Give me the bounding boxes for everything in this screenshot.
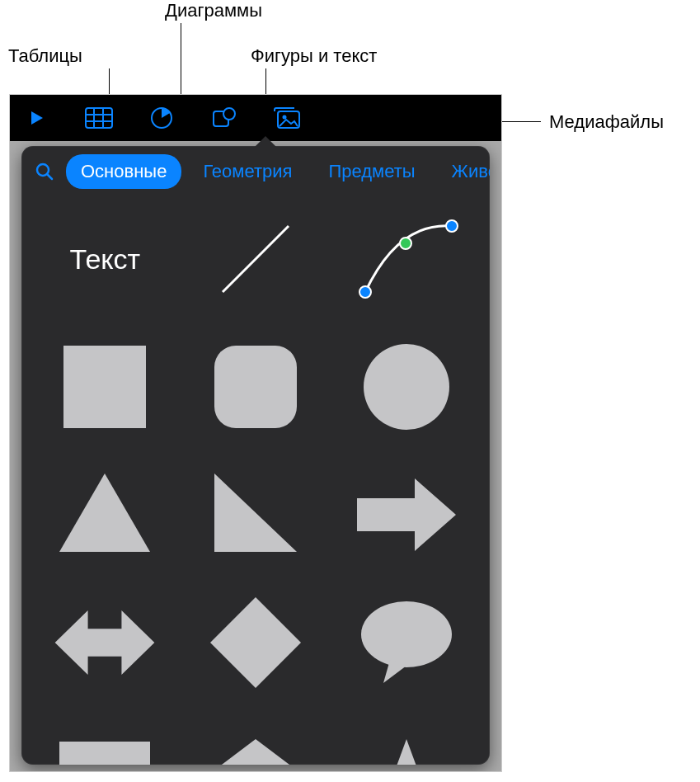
pentagon-icon bbox=[210, 737, 301, 765]
svg-point-19 bbox=[364, 344, 449, 430]
circle-icon bbox=[361, 342, 452, 432]
toolbar bbox=[10, 95, 501, 141]
star-icon bbox=[357, 737, 456, 765]
chart-icon bbox=[150, 106, 173, 130]
svg-line-12 bbox=[47, 174, 52, 179]
media-icon bbox=[273, 106, 301, 130]
shape-icon bbox=[212, 106, 237, 130]
diamond-icon bbox=[206, 593, 305, 692]
svg-point-10 bbox=[283, 115, 287, 120]
shape-star[interactable] bbox=[353, 725, 460, 765]
play-button[interactable] bbox=[16, 98, 56, 138]
category-geometry[interactable]: Геометрия bbox=[188, 154, 307, 189]
table-button[interactable] bbox=[79, 98, 119, 138]
callout-line bbox=[181, 23, 181, 102]
shape-square[interactable] bbox=[51, 342, 158, 432]
svg-point-20 bbox=[361, 601, 452, 667]
svg-point-16 bbox=[446, 220, 458, 232]
svg-point-7 bbox=[223, 108, 235, 120]
shape-callout-box[interactable] bbox=[51, 725, 158, 765]
double-arrow-icon bbox=[51, 601, 158, 684]
callout-box-icon bbox=[55, 737, 154, 765]
shape-circle[interactable] bbox=[353, 342, 460, 432]
shapes-grid: Текст bbox=[21, 197, 490, 765]
right-triangle-icon bbox=[210, 469, 301, 560]
svg-rect-0 bbox=[86, 108, 112, 128]
svg-point-15 bbox=[400, 238, 411, 249]
square-icon bbox=[59, 342, 150, 432]
shapes-button[interactable] bbox=[204, 98, 244, 138]
shape-curve[interactable] bbox=[353, 214, 460, 304]
shape-pentagon[interactable] bbox=[202, 725, 309, 765]
shape-line[interactable] bbox=[202, 214, 309, 304]
search-icon bbox=[35, 162, 54, 181]
curve-icon bbox=[353, 214, 460, 304]
shapes-popover: Основные Геометрия Предметы Живо Текст bbox=[21, 146, 490, 765]
search-button[interactable] bbox=[30, 157, 59, 186]
table-icon bbox=[85, 107, 113, 129]
shape-rounded-square[interactable] bbox=[202, 342, 309, 432]
arrow-right-icon bbox=[353, 473, 460, 556]
speech-bubble-icon bbox=[357, 597, 456, 688]
svg-rect-17 bbox=[63, 346, 146, 428]
chart-button[interactable] bbox=[142, 98, 181, 138]
triangle-icon bbox=[55, 469, 154, 560]
callout-shapes-label: Фигуры и текст bbox=[251, 45, 377, 67]
shape-arrow-right[interactable] bbox=[353, 469, 460, 560]
callout-tables-label: Таблицы bbox=[8, 45, 82, 67]
category-basic[interactable]: Основные bbox=[66, 154, 181, 189]
shape-speech-bubble[interactable] bbox=[353, 597, 460, 688]
svg-point-14 bbox=[359, 286, 371, 298]
shape-diamond[interactable] bbox=[202, 597, 309, 688]
app-screenshot-frame: Основные Геометрия Предметы Живо Текст bbox=[10, 95, 501, 771]
svg-rect-18 bbox=[214, 346, 297, 428]
media-button[interactable] bbox=[267, 98, 307, 138]
svg-line-13 bbox=[223, 226, 289, 292]
category-objects[interactable]: Предметы bbox=[313, 154, 430, 189]
shape-category-row: Основные Геометрия Предметы Живо bbox=[21, 146, 490, 197]
rounded-square-icon bbox=[210, 342, 301, 432]
shape-text[interactable]: Текст bbox=[51, 214, 158, 304]
text-shape-label: Текст bbox=[70, 243, 141, 276]
shape-double-arrow[interactable] bbox=[51, 597, 158, 688]
category-animals[interactable]: Живо bbox=[437, 154, 490, 189]
callout-media-label: Медиафайлы bbox=[549, 111, 664, 133]
line-icon bbox=[210, 214, 301, 304]
popover-arrow bbox=[254, 136, 277, 148]
callout-charts-label: Диаграммы bbox=[165, 0, 262, 21]
shape-right-triangle[interactable] bbox=[202, 469, 309, 560]
shape-triangle[interactable] bbox=[51, 469, 158, 560]
play-icon bbox=[26, 108, 46, 128]
